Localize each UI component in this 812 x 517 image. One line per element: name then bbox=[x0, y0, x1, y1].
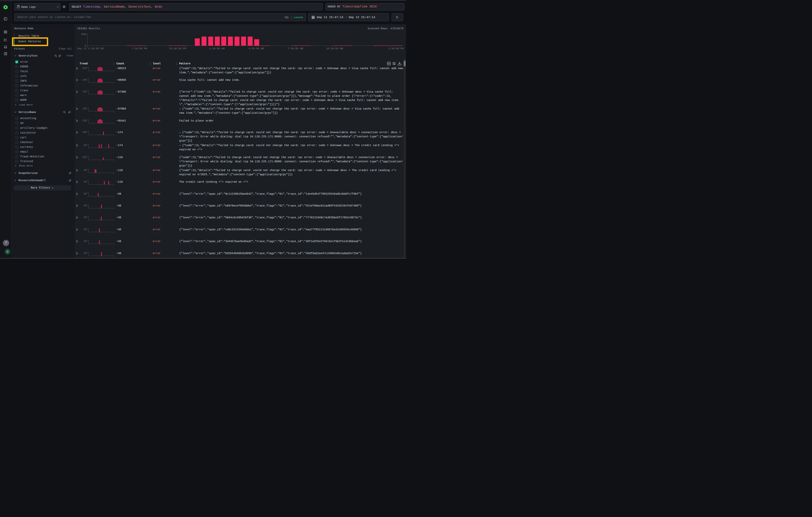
svg-text:80K: 80K bbox=[82, 33, 86, 36]
svg-text:10:30:00 PM: 10:30:00 PM bbox=[169, 47, 186, 50]
svg-text:Sep 11 3:30:00 PM: Sep 11 3:30:00 PM bbox=[77, 47, 104, 50]
svg-text:3:30:00 PM: 3:30:00 PM bbox=[388, 47, 404, 50]
svg-text:7:30:00 AM: 7:30:00 AM bbox=[288, 47, 303, 50]
svg-text:7:30:00 PM: 7:30:00 PM bbox=[132, 47, 147, 50]
svg-text:10:30:00 AM: 10:30:00 AM bbox=[326, 47, 343, 50]
svg-text:4:30:00 AM: 4:30:00 AM bbox=[248, 47, 264, 50]
svg-text:1:30:00 AM: 1:30:00 AM bbox=[209, 47, 225, 50]
svg-text:0: 0 bbox=[85, 45, 86, 47]
